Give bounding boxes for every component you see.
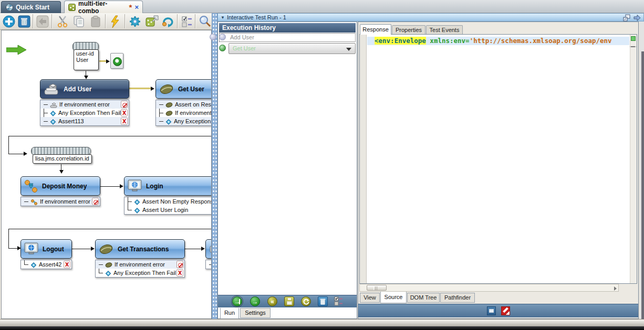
scrollbar-thumb[interactable] <box>367 285 387 291</box>
add-button[interactable] <box>2 15 16 28</box>
interactive-test-run-header[interactable]: ▼ Interactive Test Run - 1 <box>217 13 644 22</box>
run-panel-tabs: Run Settings <box>218 308 357 319</box>
close-tab-icon[interactable]: × <box>134 3 139 11</box>
step-title: Deposit Money <box>42 183 87 190</box>
paste-button-disabled[interactable] <box>89 15 102 28</box>
step-node-get-user[interactable]: Get User Assert on Result If environment… <box>155 79 212 126</box>
undo-button[interactable] <box>161 15 174 28</box>
connector-line <box>184 249 202 249</box>
step-node-add-user[interactable]: Add User If environment error Any Except… <box>40 79 129 126</box>
test-run-title: Interactive Test Run - 1 <box>227 14 286 20</box>
assertion-label: If environment error <box>59 101 110 108</box>
dataset-user-label[interactable]: user-id User <box>74 49 99 70</box>
execution-panel: Execution History Add User Get User → → … <box>217 22 357 319</box>
dataset-user-line2: User <box>76 57 96 63</box>
checklist-button[interactable] <box>180 15 194 28</box>
run-checklist-button[interactable] <box>334 296 343 308</box>
tab-test-events[interactable]: Test Events <box>426 25 463 35</box>
assertion-row[interactable]: Any Exception T <box>156 117 212 125</box>
tab-pathfinder[interactable]: Pathfinder <box>440 293 475 303</box>
tab-quick-start[interactable]: Quick Start <box>1 1 61 13</box>
delete-button[interactable] <box>17 15 31 28</box>
assertion-row[interactable]: Assert Non Empty Response <box>124 197 212 206</box>
xml-value: 'http://schemas.xmlsoap.org/soap/env <box>470 37 612 45</box>
tab-view[interactable]: View <box>360 293 380 303</box>
step-node-logout[interactable]: Logout Assert42 X <box>20 239 72 269</box>
connector-arrowhead <box>84 76 88 79</box>
assertion-label: Any Exception Then Fail <box>58 110 121 116</box>
collapse-icon[interactable]: ▼ <box>221 15 225 20</box>
tab-multi-tier-combo[interactable]: multi-tier-combo * × <box>64 1 143 13</box>
window-edge-scrollbar[interactable] <box>641 51 644 319</box>
assertion-row[interactable]: If environment error <box>21 197 100 206</box>
bean-assert-icon <box>165 111 173 116</box>
back-button-disabled[interactable] <box>36 15 49 28</box>
step-node-clipped[interactable] <box>205 239 212 269</box>
tab-properties[interactable]: Properties <box>392 25 425 35</box>
rewind-glyph: « <box>271 298 274 305</box>
running-bullet-icon <box>219 45 226 51</box>
tab-source[interactable]: Source <box>380 292 407 303</box>
inspector-action-bar <box>358 304 638 317</box>
panel-splitter[interactable] <box>212 13 217 319</box>
save-response-button[interactable] <box>487 306 496 315</box>
connector-line <box>8 248 18 249</box>
history-item-get-user[interactable]: Get User <box>219 43 357 54</box>
connector-line <box>86 71 86 76</box>
assertion-label: If environment error <box>40 198 90 205</box>
tab-settings[interactable]: Settings <box>240 308 271 318</box>
step-node-deposit-money[interactable]: Deposit Money If environment error <box>20 176 100 206</box>
pinwheel-icon <box>6 4 13 11</box>
dataset-jms-label[interactable]: lisa.jms.correlation.id <box>33 154 92 164</box>
detach-window-icon[interactable] <box>623 14 631 22</box>
horizontal-scrollbar[interactable] <box>359 284 619 292</box>
assertion-row[interactable]: Assert42 X <box>21 260 71 269</box>
history-item-add-user[interactable]: Add User <box>219 33 356 42</box>
assertion-row[interactable]: If environment error <box>96 260 184 269</box>
timer-button[interactable] <box>301 296 311 306</box>
connector-arrowhead <box>91 247 95 251</box>
copy-button[interactable] <box>72 15 86 28</box>
tab-dom-tree[interactable]: DOM Tree <box>407 293 440 303</box>
step-node-login[interactable]: Login Assert Non Empty Response Assert U… <box>124 176 212 215</box>
run-lightning-button[interactable] <box>108 15 122 28</box>
assertion-row[interactable] <box>206 260 212 269</box>
current-step-combobox[interactable]: Get User <box>228 43 356 54</box>
step-node-get-transactions[interactable]: Get Transactions If environment error An… <box>95 239 185 278</box>
assertion-row[interactable]: Assert User Login <box>124 206 212 214</box>
forward-arrow-icon[interactable] <box>633 14 641 22</box>
settings-gear-button[interactable] <box>128 15 142 28</box>
annotation-marker-icon[interactable] <box>631 36 636 41</box>
assertion-label: Assert on Result <box>175 101 212 108</box>
next-step-button[interactable]: → <box>250 296 260 306</box>
run-to-step-button[interactable]: → <box>232 296 242 306</box>
source-code-line[interactable]: <env:Envelope xmlns:env='http://schemas.… <box>367 37 629 45</box>
connector-line <box>100 186 120 187</box>
search-magnifier-button[interactable] <box>198 15 212 28</box>
assertion-row[interactable]: If environment error <box>40 100 129 109</box>
cut-button[interactable] <box>56 15 69 28</box>
assertion-row[interactable]: Assert on Result <box>156 100 212 109</box>
blocked-status-icon <box>92 198 99 205</box>
export-model-button[interactable] <box>145 15 159 28</box>
discard-run-button[interactable] <box>318 296 328 306</box>
save-run-button[interactable] <box>284 296 294 306</box>
connector-arrowhead <box>106 59 110 63</box>
result-document-icon[interactable] <box>110 53 123 69</box>
step-title: Get Transactions <box>118 246 169 253</box>
response-source-view[interactable]: <env:Envelope xmlns:env='http://schemas.… <box>359 34 637 284</box>
assertion-row[interactable]: Any Exception Then Fail X <box>40 109 129 117</box>
assertion-row[interactable]: Assert113 X <box>40 117 129 125</box>
assertion-row[interactable]: Any Exception Then Fail X <box>96 269 184 277</box>
connector-arrowhead <box>24 152 27 156</box>
export-response-button[interactable] <box>501 306 510 315</box>
web-step-icon <box>128 179 142 193</box>
tab-response[interactable]: Response <box>360 24 391 35</box>
scroll-right-icon[interactable] <box>614 286 617 291</box>
assertion-row[interactable]: If environment e <box>156 109 212 117</box>
connector-line <box>71 249 91 249</box>
tab-run[interactable]: Run <box>220 308 239 319</box>
connector-arrowhead <box>201 247 205 251</box>
restart-button[interactable]: « <box>267 296 277 306</box>
test-case-canvas[interactable]: user-id User Add User If environment err… <box>1 30 212 319</box>
